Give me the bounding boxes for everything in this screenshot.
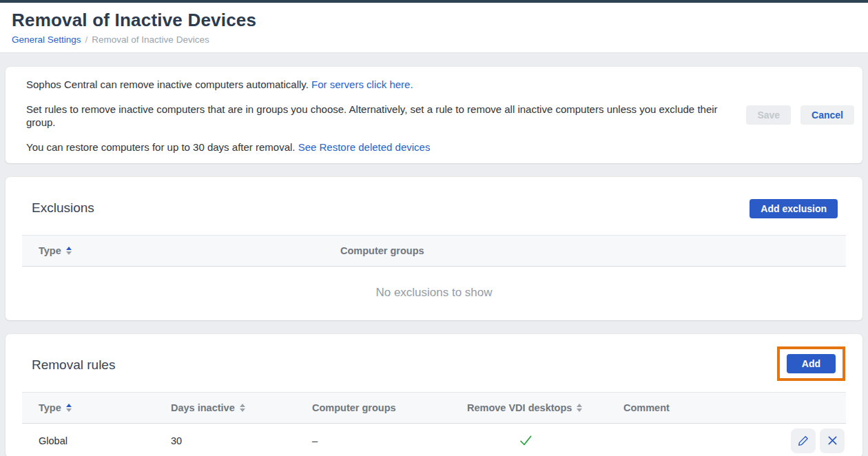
exclusions-empty-message: No exclusions to show (22, 267, 846, 319)
table-row: Global 30 – (22, 424, 846, 456)
removal-rules-table: Type Days inactive Computer groups Remov… (22, 392, 846, 456)
info-line-1: Sophos Central can remove inactive compu… (26, 78, 719, 91)
exclusions-column-type-label: Type (39, 245, 61, 256)
breadcrumb-separator: / (85, 34, 88, 45)
info-panel: Sophos Central can remove inactive compu… (6, 67, 862, 163)
page-header: Removal of Inactive Devices General Sett… (0, 3, 868, 53)
rule-type-cell: Global (39, 435, 171, 446)
sort-icon (577, 404, 582, 412)
main-content: Sophos Central can remove inactive compu… (0, 53, 868, 456)
exclusions-title: Exclusions (6, 177, 862, 216)
rule-computer-groups-cell: – (312, 435, 467, 446)
breadcrumb: General Settings/Removal of Inactive Dev… (12, 34, 856, 45)
breadcrumb-current: Removal of Inactive Devices (92, 34, 209, 45)
removal-rules-section: Removal rules Add Type Days inactive Com… (6, 334, 862, 456)
rule-remove-vdi-cell (467, 433, 584, 448)
edit-rule-button[interactable] (791, 428, 816, 453)
exclusions-column-computer-groups-label: Computer groups (340, 245, 424, 256)
removal-rules-table-header: Type Days inactive Computer groups Remov… (22, 392, 846, 424)
rules-column-remove-vdi[interactable]: Remove VDI desktops (467, 402, 623, 413)
rules-column-computer-groups: Computer groups (312, 402, 467, 413)
check-icon (518, 433, 533, 448)
rule-days-inactive-cell: 30 (171, 435, 312, 446)
info-line-3-text: You can restore computers for up to 30 d… (26, 141, 295, 153)
add-button-highlight: Add (777, 346, 845, 381)
rules-column-comment: Comment (623, 402, 769, 413)
rule-row-actions (769, 428, 846, 453)
info-panel-actions: Save Cancel (746, 105, 862, 125)
exclusions-table-header: Type Computer groups (22, 235, 846, 267)
exclusions-table: Type Computer groups No exclusions to sh… (22, 235, 846, 319)
removal-rules-title: Removal rules (6, 334, 862, 373)
rules-column-days-inactive[interactable]: Days inactive (171, 402, 312, 413)
sort-icon (66, 247, 72, 255)
info-line-1-text: Sophos Central can remove inactive compu… (26, 79, 309, 90)
cancel-button[interactable]: Cancel (800, 105, 854, 125)
add-rule-button[interactable]: Add (787, 354, 836, 373)
sort-icon (66, 404, 72, 412)
restore-deleted-devices-link[interactable]: See Restore deleted devices (298, 141, 431, 153)
sort-icon (240, 404, 245, 412)
exclusions-column-computer-groups: Computer groups (340, 245, 846, 256)
rules-column-type[interactable]: Type (39, 402, 171, 413)
close-icon (827, 435, 838, 446)
rules-column-comment-label: Comment (623, 402, 670, 413)
info-panel-text: Sophos Central can remove inactive compu… (6, 67, 746, 163)
rules-column-days-inactive-label: Days inactive (171, 402, 235, 413)
delete-rule-button[interactable] (820, 428, 845, 453)
rules-column-computer-groups-label: Computer groups (312, 402, 396, 413)
add-exclusion-button[interactable]: Add exclusion (750, 199, 838, 218)
rules-column-remove-vdi-label: Remove VDI desktops (467, 402, 572, 413)
info-line-2: Set rules to remove inactive computers t… (26, 103, 719, 129)
breadcrumb-link-general-settings[interactable]: General Settings (12, 34, 81, 45)
pencil-icon (797, 435, 809, 447)
exclusions-column-type[interactable]: Type (39, 245, 340, 256)
page-title: Removal of Inactive Devices (12, 10, 856, 31)
exclusions-section: Exclusions Add exclusion Type Computer g… (6, 177, 862, 320)
info-line-3: You can restore computers for up to 30 d… (26, 141, 719, 154)
servers-link[interactable]: For servers click here. (311, 79, 413, 90)
rules-column-type-label: Type (39, 402, 61, 413)
save-button[interactable]: Save (746, 105, 791, 125)
